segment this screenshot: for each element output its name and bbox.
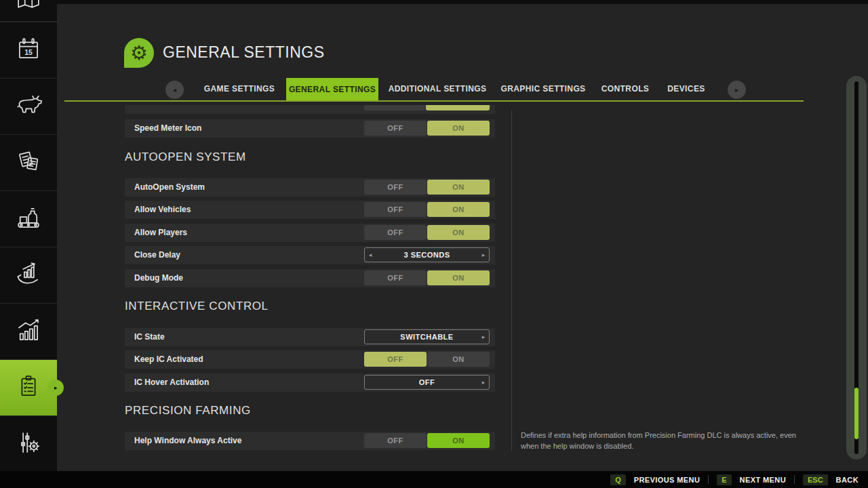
- tab-general-settings[interactable]: GENERAL SETTINGS: [286, 78, 378, 102]
- tabs-next-button[interactable]: ▸: [728, 81, 746, 99]
- setting-label: Allow Vehicles: [134, 201, 191, 219]
- setting-row-debug-mode: Debug Mode OFF ON: [125, 269, 495, 287]
- clipped-setting-row: [125, 105, 495, 114]
- scrollbar: [846, 76, 867, 460]
- chevron-right-icon[interactable]: ▸: [478, 379, 489, 386]
- toggle-on-button[interactable]: ON: [427, 225, 490, 240]
- setting-row-speed-meter-icon: Speed Meter Icon OFF ON: [125, 119, 495, 138]
- toggle-group: OFF ON: [364, 270, 490, 285]
- toggle-on-button[interactable]: ON: [427, 202, 490, 217]
- setting-row-close-delay: Close Delay ◂ 3 SECONDS ▸: [125, 246, 495, 264]
- sidebar-item-finances[interactable]: [0, 247, 57, 303]
- toggle-off-button[interactable]: OFF: [364, 225, 427, 240]
- setting-label: IC Hover Activation: [134, 373, 209, 392]
- gear-icon: ⚙: [130, 38, 148, 68]
- setting-row-keep-ic-activated: Keep IC Activated OFF ON: [125, 350, 495, 369]
- setting-row-ic-state: IC State SWITCHABLE ▸: [125, 328, 495, 346]
- help-text: Defines if extra help information from P…: [521, 430, 806, 452]
- toggle-off-button[interactable]: OFF: [364, 180, 427, 195]
- chevron-left-icon[interactable]: ◂: [365, 251, 376, 258]
- selector-value: 3 SECONDS: [376, 251, 478, 259]
- toggle-group: OFF ON: [364, 180, 490, 195]
- setting-label: Help Window Always Active: [134, 432, 241, 450]
- previous-menu-label[interactable]: PREVIOUS MENU: [634, 476, 701, 484]
- toggle-on-button[interactable]: ON: [427, 121, 490, 136]
- scrollbar-thumb[interactable]: [854, 388, 859, 439]
- footer-separator: [794, 475, 795, 484]
- bar-chart-icon: [14, 316, 43, 347]
- sidebar-item-statistics[interactable]: [0, 304, 57, 359]
- toggle-off-button[interactable]: OFF: [364, 270, 427, 285]
- setting-row-autoopen-system: AutoOpen System OFF ON: [125, 178, 495, 197]
- tab-graphic-settings[interactable]: GRAPHIC SETTINGS: [499, 78, 587, 100]
- toggle-on-button[interactable]: [426, 105, 490, 110]
- sidebar-item-settings-list[interactable]: ▸: [0, 360, 57, 415]
- ic-hover-selector[interactable]: OFF ▸: [364, 375, 490, 390]
- toggle-group: OFF ON: [364, 121, 490, 136]
- page-icon: ⚙: [124, 38, 154, 68]
- toggle-off-button[interactable]: OFF: [364, 433, 427, 448]
- key-esc[interactable]: ESC: [803, 474, 828, 485]
- toggle-off-button[interactable]: OFF: [364, 202, 427, 217]
- footer-separator: [708, 475, 709, 484]
- help-panel-divider: [511, 110, 512, 451]
- setting-row-allow-players: Allow Players OFF ON: [125, 224, 495, 242]
- toggle-on-button[interactable]: ON: [427, 180, 490, 195]
- documents-icon: [14, 147, 43, 178]
- setting-label: Allow Players: [134, 224, 187, 242]
- settings-screen: 15: [0, 0, 868, 488]
- toggle-group: OFF ON: [364, 433, 490, 448]
- chevron-right-icon[interactable]: ▸: [478, 333, 489, 340]
- sidebar: 15: [0, 0, 57, 471]
- map-icon: [14, 4, 43, 18]
- toggle-on-button[interactable]: ON: [427, 270, 490, 285]
- tab-game-settings[interactable]: GAME SETTINGS: [195, 78, 283, 100]
- sidebar-item-contracts[interactable]: [0, 135, 57, 190]
- setting-label: Keep IC Activated: [134, 350, 203, 369]
- sidebar-item-calendar[interactable]: 15: [0, 22, 57, 78]
- setting-row-ic-hover-activation: IC Hover Activation OFF ▸: [125, 373, 495, 392]
- chevron-right-icon[interactable]: ▸: [478, 251, 489, 258]
- tab-controls[interactable]: CONTROLS: [591, 78, 659, 100]
- setting-label: IC State: [134, 328, 165, 346]
- toggle-off-button[interactable]: [364, 105, 425, 110]
- key-e[interactable]: E: [717, 474, 731, 485]
- page-title: GENERAL SETTINGS: [163, 43, 324, 62]
- key-q[interactable]: Q: [610, 474, 626, 485]
- toggle-group: OFF ON: [364, 202, 490, 217]
- toggle-on-button[interactable]: ON: [427, 433, 490, 448]
- tab-additional-settings[interactable]: ADDITIONAL SETTINGS: [387, 78, 488, 100]
- setting-label: Close Delay: [134, 246, 180, 264]
- active-pointer-icon: ▸: [54, 383, 58, 392]
- section-header-precision: PRECISION FARMING: [125, 404, 251, 418]
- setting-row-help-window-always-active: Help Window Always Active OFF ON: [125, 432, 495, 450]
- tabs-prev-button[interactable]: ◂: [165, 81, 184, 99]
- toggle-group: OFF ON: [364, 352, 490, 367]
- setting-label: AutoOpen System: [134, 178, 205, 197]
- toggle-on-button[interactable]: ON: [427, 352, 490, 367]
- toggle-group: OFF ON: [364, 225, 490, 240]
- section-header-interactive: INTERACTIVE CONTROL: [125, 300, 269, 313]
- sidebar-item-animals[interactable]: [0, 79, 57, 134]
- production-icon: [14, 203, 43, 235]
- toggle-off-button[interactable]: OFF: [364, 121, 427, 136]
- sidebar-item-map[interactable]: [0, 0, 57, 21]
- next-menu-label[interactable]: NEXT MENU: [740, 476, 786, 484]
- back-label[interactable]: BACK: [836, 476, 859, 484]
- sidebar-item-vehicle-tuning[interactable]: [0, 416, 57, 471]
- calendar-icon: 15: [14, 35, 43, 66]
- sidebar-item-production[interactable]: [0, 191, 57, 247]
- tab-underline: [64, 100, 804, 102]
- tab-devices[interactable]: DEVICES: [656, 78, 717, 100]
- tuning-icon: [14, 428, 43, 460]
- close-delay-selector[interactable]: ◂ 3 SECONDS ▸: [364, 247, 490, 262]
- footer-bar: Q PREVIOUS MENU E NEXT MENU ESC BACK: [0, 471, 868, 488]
- selector-value: OFF: [376, 378, 478, 386]
- setting-label: Debug Mode: [134, 269, 183, 287]
- clipboard-icon: [14, 372, 43, 403]
- selector-value: SWITCHABLE: [376, 333, 478, 341]
- toggle-off-button[interactable]: OFF: [364, 352, 427, 367]
- ic-state-selector[interactable]: SWITCHABLE ▸: [364, 329, 490, 344]
- setting-row-allow-vehicles: Allow Vehicles OFF ON: [125, 201, 495, 219]
- calendar-day: 15: [24, 48, 33, 56]
